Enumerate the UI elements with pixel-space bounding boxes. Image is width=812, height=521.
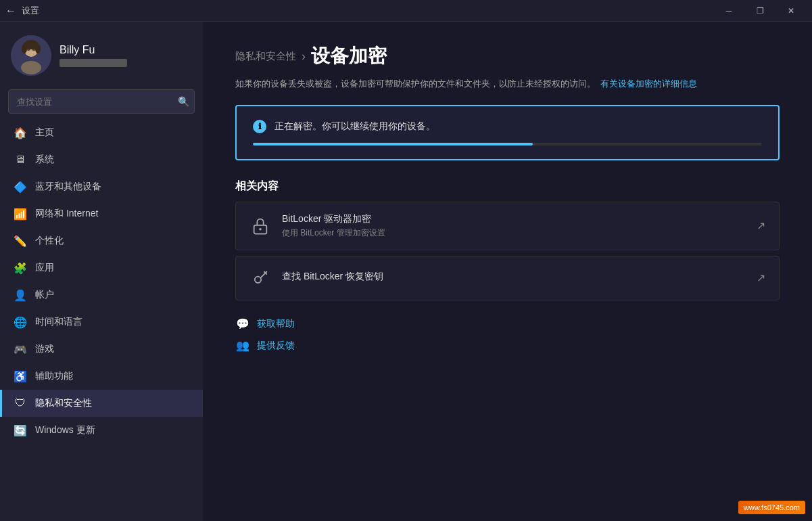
get-help-label: 获取帮助 bbox=[257, 318, 295, 330]
nav-icon-bluetooth: 🔷 bbox=[14, 180, 27, 194]
bitlocker-drive-subtitle: 使用 BitLocker 管理加密设置 bbox=[282, 227, 385, 239]
feedback-link[interactable]: 👥 提供反馈 bbox=[235, 338, 780, 353]
sidebar-item-apps[interactable]: 🧩 应用 bbox=[0, 254, 203, 281]
external-link-icon-1: ↗ bbox=[757, 219, 765, 232]
progress-bar-track bbox=[253, 143, 762, 145]
status-card: ℹ 正在解密。你可以继续使用你的设备。 bbox=[235, 105, 780, 160]
get-help-icon: 💬 bbox=[235, 317, 250, 332]
sidebar-item-accessibility[interactable]: ♿ 辅助功能 bbox=[0, 363, 203, 390]
nav-label-accounts: 帐户 bbox=[35, 289, 54, 301]
bitlocker-recovery-text: 查找 BitLocker 恢复密钥 bbox=[282, 271, 383, 285]
user-name: Billy Fu bbox=[59, 44, 127, 56]
bitlocker-drive-text: BitLocker 驱动器加密 使用 BitLocker 管理加密设置 bbox=[282, 213, 385, 239]
back-button[interactable]: ← bbox=[5, 5, 16, 17]
breadcrumb: 隐私和安全性 › 设备加密 bbox=[235, 43, 780, 69]
status-text: 正在解密。你可以继续使用你的设备。 bbox=[274, 120, 435, 133]
search-box: 🔍 bbox=[8, 89, 195, 114]
user-info: Billy Fu bbox=[59, 44, 127, 67]
titlebar-title: 设置 bbox=[22, 5, 39, 17]
bitlocker-recovery-card-left: 查找 BitLocker 恢复密钥 bbox=[249, 267, 383, 289]
sidebar-item-home[interactable]: 🏠 主页 bbox=[0, 119, 203, 146]
nav-icon-home: 🏠 bbox=[14, 126, 27, 139]
nav-label-bluetooth: 蓝牙和其他设备 bbox=[35, 181, 101, 193]
nav-icon-system: 🖥 bbox=[14, 153, 27, 166]
bitlocker-drive-card-left: BitLocker 驱动器加密 使用 BitLocker 管理加密设置 bbox=[249, 213, 385, 239]
sidebar-item-network[interactable]: 📶 网络和 Internet bbox=[0, 200, 203, 227]
sidebar-item-accounts[interactable]: 👤 帐户 bbox=[0, 281, 203, 309]
nav-label-network: 网络和 Internet bbox=[35, 208, 98, 220]
minimize-button[interactable]: ─ bbox=[713, 0, 744, 22]
sidebar: Billy Fu 🔍 🏠 主页 🖥 系统 🔷 蓝牙和其他设备 📶 网络和 Int… bbox=[0, 22, 203, 521]
external-link-icon-2: ↗ bbox=[757, 271, 765, 284]
page-description: 如果你的设备丢失或被盗，设备加密可帮助保护你的文件和文件夹，以防止未经授权的访问… bbox=[235, 77, 780, 91]
app-container: Billy Fu 🔍 🏠 主页 🖥 系统 🔷 蓝牙和其他设备 📶 网络和 Int… bbox=[0, 22, 812, 521]
nav-icon-accessibility: ♿ bbox=[14, 369, 27, 383]
bitlocker-recovery-card[interactable]: 查找 BitLocker 恢复密钥 ↗ bbox=[235, 256, 780, 300]
main-content: 隐私和安全性 › 设备加密 如果你的设备丢失或被盗，设备加密可帮助保护你的文件和… bbox=[203, 22, 812, 521]
nav-label-accessibility: 辅助功能 bbox=[35, 370, 73, 382]
progress-bar-fill bbox=[253, 143, 533, 145]
nav-label-time: 时间和语言 bbox=[35, 316, 82, 328]
nav-icon-gaming: 🎮 bbox=[14, 342, 27, 356]
nav-icon-updates: 🔄 bbox=[14, 424, 27, 437]
sidebar-item-gaming[interactable]: 🎮 游戏 bbox=[0, 336, 203, 363]
bitlocker-recovery-title: 查找 BitLocker 恢复密钥 bbox=[282, 271, 383, 283]
svg-point-7 bbox=[35, 44, 41, 53]
help-links: 💬 获取帮助 👥 提供反馈 bbox=[235, 317, 780, 353]
sidebar-item-time[interactable]: 🌐 时间和语言 bbox=[0, 309, 203, 336]
maximize-button[interactable]: ❐ bbox=[744, 0, 775, 22]
description-link[interactable]: 有关设备加密的详细信息 bbox=[600, 78, 697, 89]
bitlocker-drive-icon bbox=[249, 215, 271, 237]
nav-label-updates: Windows 更新 bbox=[35, 424, 95, 436]
breadcrumb-separator: › bbox=[302, 49, 306, 64]
feedback-icon: 👥 bbox=[235, 338, 250, 353]
nav-icon-apps: 🧩 bbox=[14, 261, 27, 275]
bitlocker-recovery-icon bbox=[249, 267, 271, 289]
nav-label-personalization: 个性化 bbox=[35, 235, 64, 247]
nav-icon-accounts: 👤 bbox=[14, 288, 27, 302]
close-button[interactable]: ✕ bbox=[775, 0, 807, 22]
bitlocker-drive-card[interactable]: BitLocker 驱动器加密 使用 BitLocker 管理加密设置 ↗ bbox=[235, 202, 780, 250]
titlebar-left: ← 设置 bbox=[5, 5, 39, 17]
svg-point-10 bbox=[255, 276, 261, 282]
search-input[interactable] bbox=[8, 89, 195, 114]
user-subtitle bbox=[59, 59, 127, 67]
description-text: 如果你的设备丢失或被盗，设备加密可帮助保护你的文件和文件夹，以防止未经授权的访问… bbox=[235, 78, 596, 89]
breadcrumb-parent: 隐私和安全性 bbox=[235, 50, 296, 63]
nav-icon-time: 🌐 bbox=[14, 315, 27, 329]
user-profile[interactable]: Billy Fu bbox=[0, 22, 203, 89]
svg-point-9 bbox=[259, 228, 262, 231]
nav-icon-privacy: 🛡 bbox=[14, 397, 27, 410]
avatar bbox=[11, 35, 51, 76]
get-help-link[interactable]: 💬 获取帮助 bbox=[235, 317, 780, 332]
sidebar-item-system[interactable]: 🖥 系统 bbox=[0, 146, 203, 173]
sidebar-item-updates[interactable]: 🔄 Windows 更新 bbox=[0, 417, 203, 444]
nav-label-gaming: 游戏 bbox=[35, 343, 54, 355]
search-icon[interactable]: 🔍 bbox=[178, 96, 189, 107]
nav-label-apps: 应用 bbox=[35, 262, 54, 274]
nav-list: 🏠 主页 🖥 系统 🔷 蓝牙和其他设备 📶 网络和 Internet ✏️ 个性… bbox=[0, 119, 203, 521]
status-card-inner: ℹ 正在解密。你可以继续使用你的设备。 bbox=[253, 120, 762, 133]
svg-point-2 bbox=[21, 61, 41, 74]
window-controls: ─ ❐ ✕ bbox=[713, 0, 807, 22]
status-icon: ℹ bbox=[253, 120, 266, 133]
feedback-label: 提供反馈 bbox=[257, 340, 295, 352]
sidebar-item-personalization[interactable]: ✏️ 个性化 bbox=[0, 227, 203, 254]
svg-point-6 bbox=[22, 44, 27, 53]
bitlocker-drive-title: BitLocker 驱动器加密 bbox=[282, 213, 385, 225]
nav-icon-personalization: ✏️ bbox=[14, 234, 27, 248]
nav-label-home: 主页 bbox=[35, 127, 54, 139]
related-section-title: 相关内容 bbox=[235, 179, 780, 194]
sidebar-item-bluetooth[interactable]: 🔷 蓝牙和其他设备 bbox=[0, 173, 203, 200]
nav-icon-network: 📶 bbox=[14, 207, 27, 221]
sidebar-item-privacy[interactable]: 🛡 隐私和安全性 bbox=[0, 390, 203, 417]
breadcrumb-current: 设备加密 bbox=[311, 43, 387, 69]
nav-label-privacy: 隐私和安全性 bbox=[35, 397, 92, 409]
titlebar: ← 设置 ─ ❐ ✕ bbox=[0, 0, 812, 22]
watermark: www.fs0745.com bbox=[738, 501, 805, 514]
nav-label-system: 系统 bbox=[35, 154, 54, 166]
